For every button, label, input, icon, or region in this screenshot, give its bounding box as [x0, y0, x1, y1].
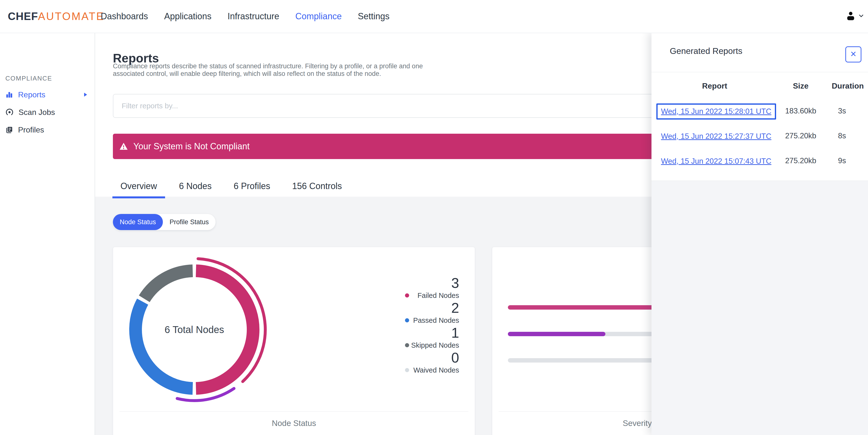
- reports-table-header: Report Size Duration: [651, 79, 868, 93]
- close-icon: [849, 50, 857, 59]
- legend-dot: [405, 293, 409, 298]
- panel-header-divider: [651, 72, 868, 72]
- top-nav: CHEFAUTOMATE DashboardsApplicationsInfra…: [0, 0, 868, 33]
- sidebar-item-label: Scan Jobs: [19, 108, 55, 117]
- legend-value: 1: [451, 325, 459, 340]
- report-link[interactable]: Wed, 15 Jun 2022 15:28:01 UTC: [656, 104, 776, 120]
- report-duration: 8s: [833, 128, 867, 143]
- tab-6-profiles[interactable]: 6 Profiles: [225, 176, 278, 198]
- report-duration: 9s: [833, 153, 867, 168]
- legend-item-failed-nodes: 3Failed Nodes: [403, 276, 459, 300]
- nav-item-applications[interactable]: Applications: [164, 11, 211, 22]
- legend-dot: [405, 343, 409, 347]
- node-status-card: 6 Total Nodes 3Failed Nodes2Passed Nodes…: [113, 247, 475, 435]
- chef-automate-app: CHEFAUTOMATE DashboardsApplicationsInfra…: [0, 0, 868, 435]
- sidebar-item-scan-jobs[interactable]: Scan Jobs: [0, 104, 95, 121]
- toggle-profile-status[interactable]: Profile Status: [163, 214, 216, 230]
- legend-dot: [405, 318, 409, 322]
- scan-jobs-icon: [5, 108, 14, 116]
- donut-center-label: 6 Total Nodes: [114, 249, 275, 410]
- sidebar-section-label: COMPLIANCE: [5, 75, 52, 82]
- sidebar-item-profiles[interactable]: Profiles: [0, 121, 95, 139]
- bar-chart-icon: [5, 91, 13, 98]
- sidebar-item-reports[interactable]: Reports: [0, 86, 95, 104]
- tab-overview[interactable]: Overview: [113, 176, 165, 198]
- report-size: 275.20kb: [774, 128, 828, 143]
- status-toggle: Node StatusProfile Status: [113, 214, 216, 230]
- warning-icon: [119, 142, 128, 151]
- node-status-donut-chart: 6 Total Nodes: [114, 249, 275, 410]
- legend-label: Passed Nodes: [413, 316, 459, 324]
- panel-close-button[interactable]: [845, 46, 861, 62]
- tab-156-controls[interactable]: 156 Controls: [284, 176, 350, 198]
- legend-label: Waived Nodes: [413, 366, 459, 374]
- nav-menu: DashboardsApplicationsInfrastructureComp…: [101, 0, 390, 33]
- column-header-duration: Duration: [828, 79, 868, 93]
- column-header-size: Size: [774, 79, 828, 93]
- panel-title: Generated Reports: [670, 46, 742, 56]
- report-row: Wed, 15 Jun 2022 15:27:37 UTC275.20kb8s: [651, 128, 868, 143]
- nav-user-area[interactable]: [845, 0, 865, 33]
- page-description: Compliance reports describe the status o…: [113, 62, 442, 78]
- report-link[interactable]: Wed, 15 Jun 2022 15:07:43 UTC: [656, 153, 776, 169]
- brand-chef: CHEF: [8, 10, 38, 23]
- report-size: 183.60kb: [774, 104, 828, 119]
- report-row: Wed, 15 Jun 2022 15:07:43 UTC275.20kb9s: [651, 153, 868, 168]
- arrow-right-icon: [83, 92, 88, 97]
- legend-dot: [405, 368, 409, 372]
- brand-logo[interactable]: CHEFAUTOMATE: [8, 0, 104, 33]
- report-size: 275.20kb: [774, 153, 828, 168]
- severity-chart-title: Severity: [623, 419, 652, 428]
- generated-reports-panel: Generated Reports Report Size Duration W…: [651, 33, 868, 435]
- report-link[interactable]: Wed, 15 Jun 2022 15:27:37 UTC: [656, 128, 776, 144]
- nav-item-compliance[interactable]: Compliance: [295, 11, 342, 22]
- sidebar-item-label: Profiles: [18, 125, 44, 135]
- legend-item-waived-nodes: 0Waived Nodes: [403, 350, 459, 375]
- sidebar-items: ReportsScan JobsProfiles: [0, 86, 95, 139]
- profiles-icon: [5, 126, 13, 134]
- sidebar: COMPLIANCE ReportsScan JobsProfiles: [0, 33, 95, 435]
- banner-text: Your System is Not Compliant: [133, 141, 250, 151]
- legend-item-skipped-nodes: 1Skipped Nodes: [403, 325, 459, 350]
- legend-label: Skipped Nodes: [411, 341, 459, 349]
- card-divider: [120, 411, 468, 412]
- user-icon[interactable]: [845, 10, 856, 23]
- nav-item-dashboards[interactable]: Dashboards: [101, 11, 148, 22]
- tab-6-nodes[interactable]: 6 Nodes: [171, 176, 220, 198]
- report-row: Wed, 15 Jun 2022 15:28:01 UTC183.60kb3s: [651, 104, 868, 119]
- legend-value: 0: [451, 350, 459, 365]
- chevron-down-icon[interactable]: [858, 12, 865, 20]
- nav-item-settings[interactable]: Settings: [358, 11, 390, 22]
- legend-value: 2: [451, 300, 459, 315]
- report-tabs: Overview6 Nodes6 Profiles156 Controls: [113, 176, 350, 198]
- nav-item-infrastructure[interactable]: Infrastructure: [227, 11, 279, 22]
- legend-value: 3: [451, 276, 459, 291]
- legend-item-passed-nodes: 2Passed Nodes: [403, 300, 459, 325]
- report-duration: 3s: [833, 104, 867, 119]
- toggle-node-status[interactable]: Node Status: [113, 214, 163, 230]
- brand-automate: AUTOMATE: [38, 10, 104, 23]
- donut-legend: 3Failed Nodes2Passed Nodes1Skipped Nodes…: [403, 276, 459, 375]
- severity-bar-fill-1: [508, 332, 606, 336]
- node-status-chart-title: Node Status: [113, 419, 475, 428]
- legend-label: Failed Nodes: [417, 292, 459, 299]
- column-header-report: Report: [660, 79, 770, 93]
- sidebar-item-label: Reports: [18, 90, 45, 99]
